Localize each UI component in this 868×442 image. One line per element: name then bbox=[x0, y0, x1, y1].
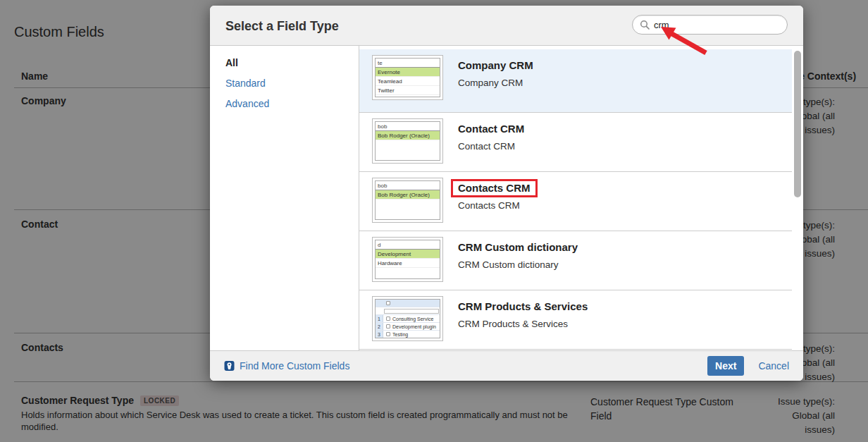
next-button[interactable]: Next bbox=[707, 356, 744, 376]
thumb-search-input: d bbox=[376, 240, 440, 250]
dialog-header: Select a Field Type crm bbox=[210, 6, 803, 46]
dialog-footer: Find More Custom Fields Next Cancel bbox=[210, 350, 803, 381]
dialog-body: AllStandardAdvanced teEvernoteTeamleadTw… bbox=[210, 46, 803, 350]
field-type-description: Company CRM bbox=[458, 78, 533, 88]
thumb-option: Evernote bbox=[376, 68, 440, 77]
thumb-table-row: 1Consulting Service bbox=[376, 315, 440, 323]
field-type-description: CRM Products & Services bbox=[458, 319, 588, 329]
field-type-title: CRM Products & Services bbox=[458, 300, 588, 313]
thumb-option: Development bbox=[376, 250, 440, 259]
thumb-option: Hardware bbox=[376, 259, 440, 268]
field-type-description: Contact CRM bbox=[458, 141, 524, 152]
find-more-label: Find More Custom Fields bbox=[240, 360, 349, 372]
search-input[interactable]: crm bbox=[632, 15, 788, 35]
cancel-link[interactable]: Cancel bbox=[758, 360, 789, 372]
field-type-list: teEvernoteTeamleadTwitterCompany CRMComp… bbox=[359, 46, 792, 350]
checkbox-icon bbox=[386, 332, 390, 336]
field-type-thumbnail: teEvernoteTeamleadTwitter bbox=[372, 55, 443, 100]
sidebar-item-all[interactable]: All bbox=[225, 57, 359, 78]
field-type-thumbnail: 1Consulting Service2Development plugin3T… bbox=[372, 296, 443, 341]
field-type-title: Contacts CRM bbox=[451, 179, 538, 197]
thumb-search-input: te bbox=[376, 59, 440, 68]
thumb-option: Bob Rodger (Oracle) bbox=[376, 190, 440, 199]
sidebar-item-advanced[interactable]: Advanced bbox=[225, 98, 359, 118]
thumb-table-row: 3Testing bbox=[376, 331, 440, 338]
field-type-item[interactable]: bobBob Rodger (Oracle)Contact CRMContact… bbox=[359, 113, 792, 172]
field-type-description: Contacts CRM bbox=[458, 200, 538, 211]
checkbox-icon bbox=[386, 301, 390, 305]
list-scrollbar[interactable] bbox=[794, 49, 801, 350]
thumb-search-input: bob bbox=[376, 122, 440, 131]
sidebar-item-standard[interactable]: Standard bbox=[225, 78, 359, 98]
select-field-type-dialog: Select a Field Type crm AllStandardAdvan… bbox=[210, 6, 803, 381]
checkbox-icon bbox=[386, 317, 390, 321]
thumb-option: Bob Rodger (Oracle) bbox=[376, 131, 440, 140]
field-type-title: CRM Custom dictionary bbox=[458, 241, 578, 254]
thumb-table-row: 2Development plugin bbox=[376, 323, 440, 331]
field-type-thumbnail: bobBob Rodger (Oracle) bbox=[372, 118, 443, 164]
checkbox-icon bbox=[386, 324, 390, 329]
thumb-option: Teamlead bbox=[376, 77, 440, 86]
find-more-custom-fields-link[interactable]: Find More Custom Fields bbox=[224, 360, 349, 372]
field-type-title: Contact CRM bbox=[458, 123, 524, 135]
field-type-category-nav: AllStandardAdvanced bbox=[210, 46, 359, 350]
marketplace-icon bbox=[224, 360, 235, 372]
thumb-search-input: bob bbox=[376, 181, 440, 190]
scrollbar-thumb[interactable] bbox=[794, 51, 801, 197]
field-type-item[interactable]: teEvernoteTeamleadTwitterCompany CRMComp… bbox=[359, 49, 792, 113]
dialog-title: Select a Field Type bbox=[225, 19, 339, 34]
field-type-thumbnail: bobBob Rodger (Oracle) bbox=[372, 178, 443, 223]
field-type-item[interactable]: dDevelopmentHardwareCRM Custom dictionar… bbox=[359, 231, 792, 290]
thumb-option: Twitter bbox=[376, 86, 440, 95]
field-type-item[interactable]: bobBob Rodger (Oracle)Contacts CRMContac… bbox=[359, 172, 792, 231]
field-type-title: Company CRM bbox=[458, 59, 533, 72]
field-type-thumbnail: dDevelopmentHardware bbox=[372, 237, 443, 282]
field-type-description: CRM Custom dictionary bbox=[458, 259, 578, 270]
field-type-item[interactable]: 1Consulting Service2Development plugin3T… bbox=[359, 290, 792, 350]
search-input-value: crm bbox=[654, 20, 669, 30]
search-icon bbox=[640, 20, 650, 30]
